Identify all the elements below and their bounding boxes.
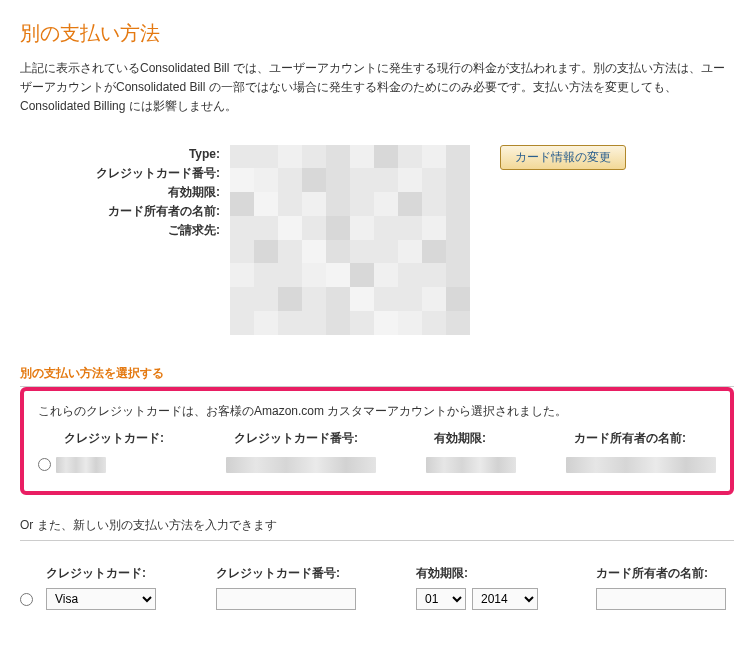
existing-card-radio[interactable] [38, 458, 51, 471]
col-holder: カード所有者の名前: [574, 430, 716, 447]
card-type-select[interactable]: Visa [46, 588, 156, 610]
new-label-holder: カード所有者の名前: [596, 565, 734, 582]
blurred-expiry [426, 457, 516, 473]
label-billing: ご請求先: [20, 221, 220, 240]
new-label-card-number: クレジットカード番号: [216, 565, 416, 582]
card-number-input[interactable] [216, 588, 356, 610]
or-divider-text: Or また、新しい別の支払い方法を入力できます [20, 517, 734, 541]
page-title: 別の支払い方法 [20, 20, 734, 47]
new-card-radio[interactable] [20, 593, 33, 606]
existing-cards-header: クレジットカード: クレジットカード番号: 有効期限: カード所有者の名前: [38, 430, 716, 447]
current-payment-block: Type: クレジットカード番号: 有効期限: カード所有者の名前: ご請求先:… [20, 145, 734, 335]
new-payment-row: クレジットカード: Visa クレジットカード番号: 有効期限: 01 2014… [20, 565, 734, 610]
label-card-number: クレジットカード番号: [20, 164, 220, 183]
blurred-card-type [56, 457, 106, 473]
label-holder: カード所有者の名前: [20, 202, 220, 221]
new-label-card: クレジットカード: [46, 565, 216, 582]
intro-text: 上記に表示されているConsolidated Bill では、ユーザーアカウント… [20, 59, 734, 117]
col-card: クレジットカード: [64, 430, 234, 447]
field-labels: Type: クレジットカード番号: 有効期限: カード所有者の名前: ご請求先: [20, 145, 220, 335]
card-holder-input[interactable] [596, 588, 726, 610]
existing-cards-note: これらのクレジットカードは、お客様のAmazon.com カスタマーアカウントか… [38, 403, 716, 420]
expiry-year-select[interactable]: 2014 [472, 588, 538, 610]
change-card-button[interactable]: カード情報の変更 [500, 145, 626, 170]
label-type: Type: [20, 145, 220, 164]
existing-card-row [38, 457, 716, 473]
existing-cards-box: これらのクレジットカードは、お客様のAmazon.com カスタマーアカウントか… [20, 387, 734, 495]
col-expiry: 有効期限: [434, 430, 574, 447]
col-card-number: クレジットカード番号: [234, 430, 434, 447]
blurred-current-values [230, 145, 470, 335]
select-section-heading: 別の支払い方法を選択する [20, 365, 734, 387]
new-label-expiry: 有効期限: [416, 565, 596, 582]
blurred-holder [566, 457, 716, 473]
label-expiry: 有効期限: [20, 183, 220, 202]
blurred-card-number [226, 457, 376, 473]
expiry-month-select[interactable]: 01 [416, 588, 466, 610]
